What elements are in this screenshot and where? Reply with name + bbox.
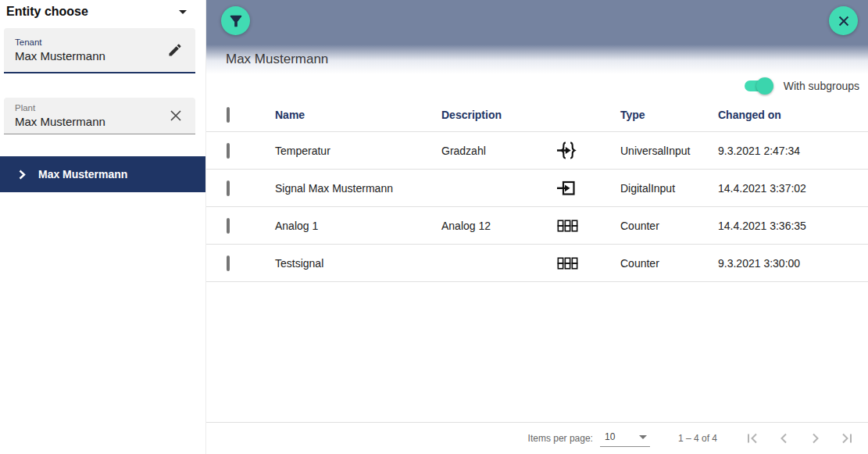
signal-picker-panel: Max Mustermann With subgroups Name Descr…	[205, 0, 868, 454]
sidebar-item-label: Max Mustermann	[38, 168, 127, 181]
row-checkbox[interactable]	[227, 181, 230, 196]
previous-page-button[interactable]	[776, 431, 791, 446]
signal-description: Analog 12	[441, 220, 557, 232]
subgroups-toggle-row: With subgroups	[206, 74, 868, 98]
dropdown-caret-icon[interactable]	[179, 10, 187, 14]
first-page-icon	[744, 431, 759, 446]
counter-icon	[557, 219, 620, 233]
signal-description: Gradzahl	[441, 145, 557, 157]
column-header-description: Description	[441, 109, 557, 121]
row-checkbox[interactable]	[227, 143, 230, 159]
table-body: Temperatur Gradzahl UniversalInput 9.3.2…	[206, 132, 868, 282]
login-icon	[557, 180, 620, 197]
filter-icon	[227, 13, 245, 30]
page-range-label: 1 – 4 of 4	[678, 433, 717, 444]
tenant-label: Tenant	[15, 38, 105, 47]
with-subgroups-label: With subgroups	[784, 80, 859, 92]
tenant-value: Max Mustermann	[15, 49, 105, 63]
select-all-checkbox[interactable]	[227, 107, 230, 123]
signal-name: Testsignal	[275, 257, 441, 270]
signal-changed-on: 9.3.2021 3:30:00	[718, 257, 868, 270]
clear-icon[interactable]	[167, 107, 184, 124]
braces-arrow-icon	[557, 141, 620, 159]
column-header-type: Type	[620, 109, 718, 121]
plant-field[interactable]: Plant Max Mustermann	[4, 98, 195, 134]
items-per-page-select[interactable]: 10	[600, 430, 650, 447]
table-header-row: Name Description Type Changed on	[206, 98, 868, 132]
table-row[interactable]: Analog 1 Analog 12 Counter 14.4.2021 3:3…	[206, 207, 868, 245]
toggle-thumb[interactable]	[756, 77, 773, 95]
entity-sidebar: Entity choose Tenant Max Mustermann Plan…	[0, 0, 205, 454]
table-row[interactable]: Testsignal Counter 9.3.2021 3:30:00	[206, 245, 868, 282]
table-row[interactable]: Signal Max Mustermann DigitalInput 14.4.…	[206, 170, 868, 207]
signal-type: UniversalInput	[620, 145, 718, 157]
signal-name: Analog 1	[275, 220, 441, 232]
close-button[interactable]	[829, 6, 858, 35]
sidebar-title: Entity choose	[6, 5, 88, 19]
filter-button[interactable]	[221, 6, 250, 35]
signal-type: Counter	[620, 257, 718, 270]
table-empty-area	[206, 282, 868, 422]
app-window: Entity choose Tenant Max Mustermann Plan…	[0, 0, 868, 454]
panel-title-strip: Max Mustermann	[206, 45, 868, 74]
sidebar-item-entity[interactable]: Max Mustermann	[0, 156, 205, 192]
signal-name: Signal Max Mustermann	[275, 182, 441, 195]
paginator: Items per page: 10 1 – 4 of 4	[206, 422, 868, 454]
with-subgroups-toggle[interactable]	[745, 80, 770, 91]
first-page-button[interactable]	[744, 431, 759, 446]
signal-changed-on: 14.4.2021 3:37:02	[718, 182, 868, 195]
last-page-icon	[840, 431, 855, 446]
close-icon	[836, 13, 852, 29]
edit-icon[interactable]	[166, 41, 184, 59]
items-per-page-label: Items per page:	[528, 433, 593, 444]
tenant-field[interactable]: Tenant Max Mustermann	[4, 28, 195, 73]
chevron-right-icon	[808, 431, 823, 446]
entity-choose-header[interactable]: Entity choose	[0, 0, 205, 20]
signal-name: Temperatur	[275, 145, 441, 157]
signal-changed-on: 14.4.2021 3:36:35	[718, 220, 868, 232]
row-checkbox[interactable]	[227, 218, 230, 234]
plant-label: Plant	[15, 103, 105, 113]
last-page-button[interactable]	[840, 431, 855, 446]
counter-icon	[557, 256, 620, 270]
signal-type: DigitalInput	[620, 182, 718, 195]
column-header-name: Name	[275, 109, 441, 121]
chevron-right-icon	[17, 170, 27, 180]
next-page-button[interactable]	[808, 431, 823, 446]
select-caret-icon	[639, 435, 647, 439]
panel-header-bar	[206, 0, 868, 45]
signal-type: Counter	[620, 220, 718, 232]
chevron-left-icon	[776, 431, 791, 446]
items-per-page-value: 10	[605, 431, 615, 442]
plant-value: Max Mustermann	[15, 115, 105, 128]
row-checkbox[interactable]	[227, 256, 230, 271]
signal-changed-on: 9.3.2021 2:47:34	[718, 145, 868, 157]
column-header-changed-on: Changed on	[718, 109, 868, 121]
table-row[interactable]: Temperatur Gradzahl UniversalInput 9.3.2…	[206, 132, 868, 170]
panel-title: Max Mustermann	[226, 52, 328, 67]
